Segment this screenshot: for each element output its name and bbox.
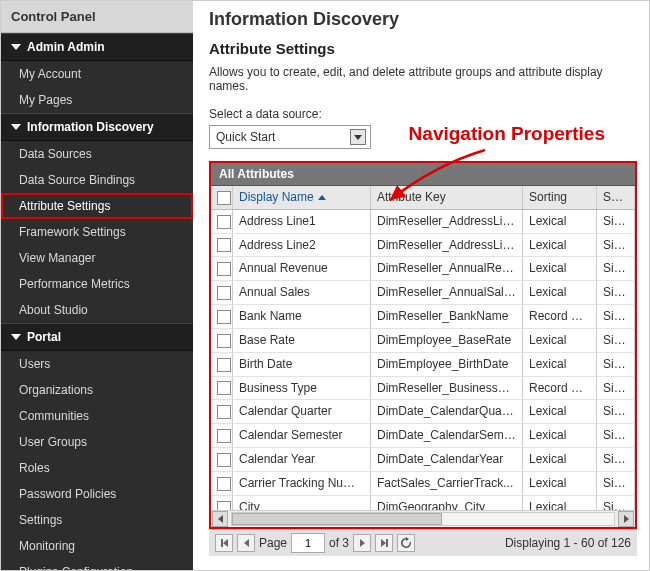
cell-display-name: Bank Name bbox=[233, 305, 371, 328]
column-header-selection[interactable]: Selection bbox=[597, 186, 635, 209]
row-checkbox[interactable] bbox=[217, 262, 231, 276]
chevron-down-icon bbox=[11, 124, 21, 130]
table-row[interactable]: Carrier Tracking NumberFactSales_Carrier… bbox=[211, 472, 635, 496]
cell-attribute-key: DimDate_CalendarYear bbox=[371, 448, 523, 471]
sidebar-item[interactable]: Plugins Configuration bbox=[1, 559, 193, 570]
sidebar-item[interactable]: Settings bbox=[1, 507, 193, 533]
scroll-left-icon[interactable] bbox=[212, 511, 228, 527]
nav-section-header[interactable]: Information Discovery bbox=[1, 113, 193, 141]
sidebar-item[interactable]: About Studio bbox=[1, 297, 193, 323]
cell-selection: Single bbox=[597, 496, 635, 510]
sort-asc-icon bbox=[318, 195, 326, 200]
nav-section-header[interactable]: Portal bbox=[1, 323, 193, 351]
sidebar-item[interactable]: Roles bbox=[1, 455, 193, 481]
cell-sorting: Lexical bbox=[523, 353, 597, 376]
cell-sorting: Lexical bbox=[523, 496, 597, 510]
row-checkbox[interactable] bbox=[217, 453, 231, 467]
cell-attribute-key: DimDate_CalendarQuarter bbox=[371, 400, 523, 423]
cell-sorting: Lexical bbox=[523, 210, 597, 233]
row-checkbox[interactable] bbox=[217, 429, 231, 443]
data-source-select[interactable]: Quick Start bbox=[209, 125, 371, 149]
sidebar-item[interactable]: Users bbox=[1, 351, 193, 377]
pager-page-input[interactable] bbox=[291, 533, 325, 553]
select-all-checkbox[interactable] bbox=[217, 191, 231, 205]
sidebar-item[interactable]: Attribute Settings bbox=[1, 193, 193, 219]
data-source-value: Quick Start bbox=[216, 130, 275, 144]
sidebar-item[interactable]: View Manager bbox=[1, 245, 193, 271]
cell-display-name: Address Line1 bbox=[233, 210, 371, 233]
sidebar-item[interactable]: Password Policies bbox=[1, 481, 193, 507]
row-checkbox[interactable] bbox=[217, 286, 231, 300]
refresh-icon bbox=[400, 537, 412, 549]
cell-attribute-key: DimReseller_AnnualSales bbox=[371, 281, 523, 304]
cell-attribute-key: DimEmployee_BirthDate bbox=[371, 353, 523, 376]
table-row[interactable]: CityDimGeography_CityLexicalSingle bbox=[211, 496, 635, 510]
chevron-down-icon bbox=[11, 334, 21, 340]
sidebar-item[interactable]: Organizations bbox=[1, 377, 193, 403]
table-row[interactable]: Address Line1DimReseller_AddressLin...Le… bbox=[211, 210, 635, 234]
cell-display-name: Calendar Quarter bbox=[233, 400, 371, 423]
table-row[interactable]: Annual RevenueDimReseller_AnnualReve...L… bbox=[211, 257, 635, 281]
column-header-attribute-key[interactable]: Attribute Key bbox=[371, 186, 523, 209]
column-header-sorting[interactable]: Sorting bbox=[523, 186, 597, 209]
table-row[interactable]: Business TypeDimReseller_BusinessTypeRec… bbox=[211, 377, 635, 401]
table-row[interactable]: Calendar YearDimDate_CalendarYearLexical… bbox=[211, 448, 635, 472]
nav-section-header[interactable]: Admin Admin bbox=[1, 33, 193, 61]
table-row[interactable]: Calendar SemesterDimDate_CalendarSemes..… bbox=[211, 424, 635, 448]
scroll-track[interactable] bbox=[231, 512, 615, 526]
sidebar-item[interactable]: My Pages bbox=[1, 87, 193, 113]
table-row[interactable]: Address Line2DimReseller_AddressLin...Le… bbox=[211, 234, 635, 258]
cell-attribute-key: DimGeography_City bbox=[371, 496, 523, 510]
cell-selection: Single bbox=[597, 257, 635, 280]
pager-refresh-button[interactable] bbox=[397, 534, 415, 552]
table-row[interactable]: Base RateDimEmployee_BaseRateLexicalSing… bbox=[211, 329, 635, 353]
page-title: Information Discovery bbox=[209, 9, 637, 30]
sidebar-item[interactable]: Communities bbox=[1, 403, 193, 429]
row-checkbox[interactable] bbox=[217, 477, 231, 491]
cell-selection: Single bbox=[597, 234, 635, 257]
sidebar-item[interactable]: Data Source Bindings bbox=[1, 167, 193, 193]
sidebar-item[interactable]: Framework Settings bbox=[1, 219, 193, 245]
dropdown-icon[interactable] bbox=[350, 129, 366, 145]
sidebar-item[interactable]: Performance Metrics bbox=[1, 271, 193, 297]
scroll-thumb[interactable] bbox=[232, 513, 442, 525]
scroll-right-icon[interactable] bbox=[618, 511, 634, 527]
sidebar-item[interactable]: User Groups bbox=[1, 429, 193, 455]
row-checkbox[interactable] bbox=[217, 334, 231, 348]
sidebar-item[interactable]: My Account bbox=[1, 61, 193, 87]
cell-attribute-key: DimEmployee_BaseRate bbox=[371, 329, 523, 352]
pager-prev-button[interactable] bbox=[237, 534, 255, 552]
row-checkbox[interactable] bbox=[217, 405, 231, 419]
row-checkbox[interactable] bbox=[217, 381, 231, 395]
chevron-down-icon bbox=[11, 44, 21, 50]
cell-display-name: Calendar Semester bbox=[233, 424, 371, 447]
sidebar-title: Control Panel bbox=[1, 1, 193, 33]
row-checkbox[interactable] bbox=[217, 501, 231, 510]
pager-first-button[interactable] bbox=[215, 534, 233, 552]
row-checkbox[interactable] bbox=[217, 310, 231, 324]
cell-attribute-key: FactSales_CarrierTrack... bbox=[371, 472, 523, 495]
row-checkbox[interactable] bbox=[217, 215, 231, 229]
table-row[interactable]: Annual SalesDimReseller_AnnualSalesLexic… bbox=[211, 281, 635, 305]
table-row[interactable]: Birth DateDimEmployee_BirthDateLexicalSi… bbox=[211, 353, 635, 377]
sidebar-item[interactable]: Monitoring bbox=[1, 533, 193, 559]
cell-display-name: Calendar Year bbox=[233, 448, 371, 471]
row-checkbox[interactable] bbox=[217, 358, 231, 372]
section-title: Attribute Settings bbox=[209, 40, 637, 57]
table-row[interactable]: Calendar QuarterDimDate_CalendarQuarterL… bbox=[211, 400, 635, 424]
row-checkbox[interactable] bbox=[217, 238, 231, 252]
column-header-display-name[interactable]: Display Name bbox=[233, 186, 371, 209]
sidebar-item[interactable]: Data Sources bbox=[1, 141, 193, 167]
cell-sorting: Record Cou... bbox=[523, 377, 597, 400]
cell-selection: Single bbox=[597, 329, 635, 352]
pager-status: Displaying 1 - 60 of 126 bbox=[505, 536, 631, 550]
pager-last-button[interactable] bbox=[375, 534, 393, 552]
cell-selection: Single bbox=[597, 210, 635, 233]
cell-selection: Single bbox=[597, 424, 635, 447]
pager-next-button[interactable] bbox=[353, 534, 371, 552]
table-row[interactable]: Bank NameDimReseller_BankNameRecord Cou.… bbox=[211, 305, 635, 329]
annotation-label: Navigation Properties bbox=[409, 123, 605, 145]
cell-attribute-key: DimReseller_BankName bbox=[371, 305, 523, 328]
horizontal-scrollbar[interactable] bbox=[211, 510, 635, 527]
cell-attribute-key: DimReseller_AddressLin... bbox=[371, 210, 523, 233]
